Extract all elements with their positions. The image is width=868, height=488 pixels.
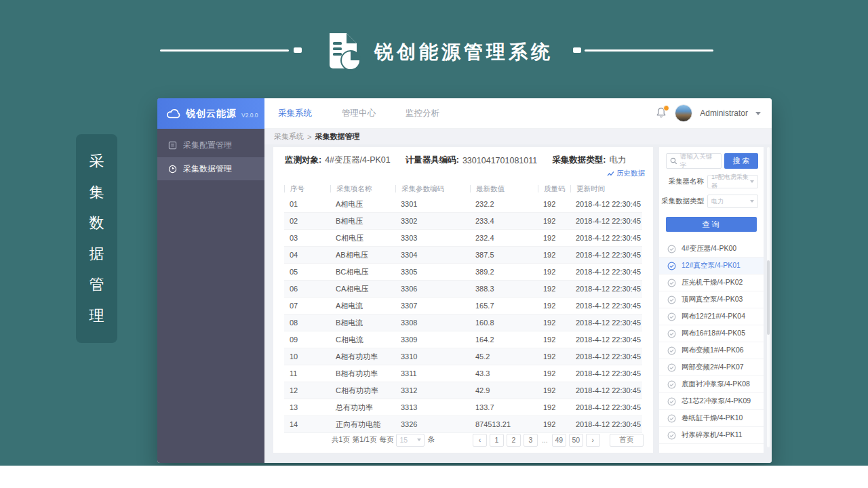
select-caret-icon <box>750 180 754 183</box>
query-button[interactable]: 查询 <box>666 217 757 232</box>
table-row: 13总有功功率3313133.71922018-4-12 22:30:45 <box>284 399 642 416</box>
device-list-item[interactable]: 网部变频2#/4-PK07 <box>659 359 764 376</box>
column-header: 质量码 <box>538 185 570 192</box>
table-row: 07A相电流3307165.71922018-4-12 22:30:45 <box>284 298 642 314</box>
select-caret-icon <box>417 439 421 441</box>
device-list-item[interactable]: 12#真空泵/4-PK01 <box>659 258 764 274</box>
collector-name-label: 采集器名称 <box>660 177 704 186</box>
table-cell: 192 <box>538 369 570 378</box>
table-cell: 3326 <box>395 420 470 428</box>
check-circle-icon <box>667 312 676 321</box>
device-list-item[interactable]: 网布12#21#/4-PK04 <box>659 308 764 325</box>
table-row: 08B相电流3308160.81922018-4-12 22:30:45 <box>284 314 642 331</box>
collector-name-value: 1#配电房采集器 <box>711 173 750 190</box>
table-cell: 388.3 <box>470 285 538 293</box>
check-circle-icon <box>667 414 676 423</box>
table-cell: CA相电压 <box>330 284 395 294</box>
table-row: 11B相有功功率331143.31922018-4-12 22:30:45 <box>284 365 642 382</box>
sidebar-item-collect-config[interactable]: 采集配置管理 <box>157 134 264 156</box>
user-name: Administrator <box>700 108 748 118</box>
table-cell: 192 <box>538 352 570 361</box>
device-label: 4#变压器/4-PK00 <box>682 244 736 253</box>
table-cell: AB相电压 <box>330 250 395 260</box>
table-cell: 2018-4-12 22:30:45 <box>570 217 642 225</box>
breadcrumb-parent[interactable]: 采集系统 <box>274 131 304 142</box>
pager-page-button[interactable]: 3 <box>524 434 538 447</box>
device-list-item[interactable]: 底面衬冲浆泵/4-PK08 <box>659 376 764 393</box>
check-circle-icon <box>667 262 676 270</box>
pager-next-button[interactable]: › <box>586 434 600 447</box>
check-circle-icon <box>667 397 676 406</box>
search-button[interactable]: 搜 索 <box>724 153 758 169</box>
table-cell: 192 <box>538 251 570 259</box>
scrollbar-thumb[interactable] <box>767 260 770 335</box>
collector-name-select[interactable]: 1#配电房采集器 <box>707 175 758 188</box>
table-row: 02B相电压3302233.41922018-4-12 22:30:45 <box>284 213 642 230</box>
table-cell: 2018-4-12 22:30:45 <box>570 420 642 428</box>
sidebar-item-collect-data[interactable]: 采集数据管理 <box>157 157 264 180</box>
breadcrumb-separator: > <box>307 133 311 141</box>
data-card: 监测对象: 4#变压器/4-PK01 计量器具编码: 3301041701081… <box>273 147 653 453</box>
user-menu-caret-icon[interactable] <box>755 112 761 115</box>
table-cell: 10 <box>284 352 330 361</box>
top-nav-tabs: 采集系统 管理中心 监控分析 <box>264 108 439 119</box>
table-cell: 2018-4-12 22:30:45 <box>570 369 642 378</box>
table-cell: 192 <box>538 200 570 208</box>
search-input[interactable]: 请输入关键字 <box>666 153 722 169</box>
pager-prev-button[interactable]: ‹ <box>473 434 487 447</box>
table-cell: 160.8 <box>470 319 538 327</box>
pager-page-button[interactable]: 50 <box>569 434 583 447</box>
per-page-select[interactable]: 15 <box>396 434 425 447</box>
table-cell: 3305 <box>395 268 470 276</box>
meter-code-label: 计量器具编码: <box>406 155 459 166</box>
device-list-item[interactable]: 芯1芯2冲浆泵/4-PK09 <box>659 393 764 410</box>
notification-bell-button[interactable] <box>656 107 667 119</box>
banner-dash-left <box>294 47 302 53</box>
check-circle-icon <box>667 279 676 287</box>
device-label: 芯1芯2冲浆泵/4-PK09 <box>682 396 751 406</box>
table-cell: 192 <box>538 217 570 225</box>
data-table: 序号采集项名称采集参数编码最新数值质量码更新时间 01A相电压3301232.2… <box>284 181 642 433</box>
avatar[interactable] <box>675 104 692 122</box>
device-label: 顶网真空泵/4-PK03 <box>682 295 743 304</box>
table-row: 05BC相电压3305389.21922018-4-12 22:30:45 <box>284 264 642 281</box>
table-row: 03C相电压3303232.41922018-4-12 22:30:45 <box>284 230 642 247</box>
history-data-link[interactable]: 历史数据 <box>607 169 645 178</box>
sidebar-item-label: 采集配置管理 <box>183 140 232 151</box>
device-list-item[interactable]: 网布16#18#/4-PK05 <box>659 325 764 342</box>
table-cell: 02 <box>284 217 330 225</box>
collect-datatype-value: 电力 <box>711 197 724 206</box>
per-page-unit: 条 <box>427 435 435 445</box>
device-list-item[interactable]: 4#变压器/4-PK00 <box>659 241 764 258</box>
table-cell: 03 <box>284 234 330 242</box>
first-page-button[interactable]: 首页 <box>610 434 644 447</box>
device-list-item[interactable]: 网布变频1#/4-PK06 <box>659 342 764 359</box>
breadcrumb: 采集系统 > 采集数据管理 <box>264 129 772 144</box>
table-cell: C相有功功率 <box>330 386 395 396</box>
table-cell: C相电压 <box>330 233 395 243</box>
pager-page-button[interactable]: 49 <box>552 434 566 447</box>
tab-manage-center[interactable]: 管理中心 <box>342 108 376 119</box>
tab-monitor-analysis[interactable]: 监控分析 <box>406 108 439 119</box>
collect-datatype-select[interactable]: 电力 <box>707 195 758 208</box>
sidebar-version: V2.0.0 <box>241 112 258 119</box>
pager-page-button[interactable]: 2 <box>507 434 521 447</box>
device-list-item[interactable]: 压光机干燥/4-PK02 <box>659 274 764 291</box>
table-cell: B相有功功率 <box>330 369 395 379</box>
banner-divider-right <box>585 49 713 52</box>
table-cell: 3311 <box>395 369 470 378</box>
table-row: 14正向有功电能3326874513.211922018-4-12 22:30:… <box>284 416 642 433</box>
device-list-item[interactable]: 顶网真空泵/4-PK03 <box>659 291 764 308</box>
table-row: 04AB相电压3304387.51922018-4-12 22:30:45 <box>284 247 642 264</box>
device-list-item[interactable]: 衬浆碎浆机/4-PK11 <box>659 427 764 444</box>
pager-page-button[interactable]: 1 <box>490 434 504 447</box>
scrollbar-track[interactable] <box>767 147 770 447</box>
side-label-char: 采 <box>90 151 104 171</box>
tab-collect-system[interactable]: 采集系统 <box>278 108 312 119</box>
table-cell: 04 <box>284 251 330 259</box>
column-header: 更新时间 <box>570 185 642 192</box>
monitor-object-value: 4#变压器/4-PK01 <box>325 155 391 166</box>
device-list-item[interactable]: 卷纸缸干燥/4-PK10 <box>659 410 764 427</box>
device-label: 压光机干燥/4-PK02 <box>682 278 743 287</box>
table-cell: 07 <box>284 302 330 310</box>
